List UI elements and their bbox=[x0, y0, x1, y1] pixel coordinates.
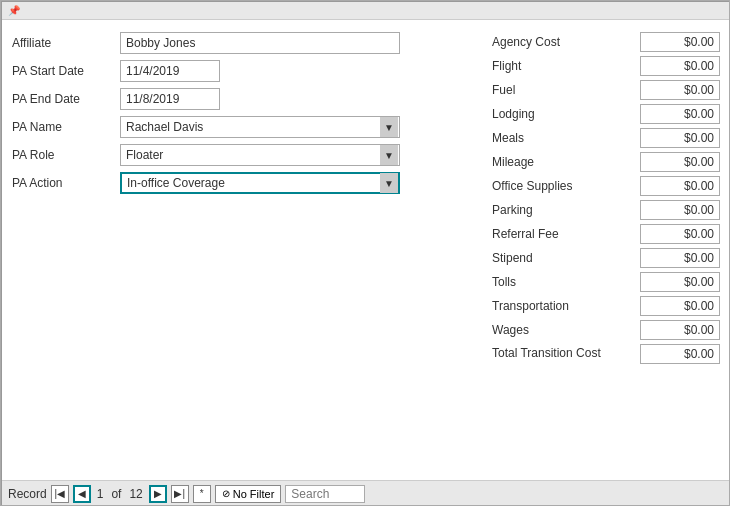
pa-role-row: PA Role Floater ▼ bbox=[12, 144, 472, 166]
pa-start-date-input[interactable] bbox=[120, 60, 220, 82]
pa-action-select-container: In-office Coverage ▼ bbox=[120, 172, 400, 194]
right-panel: Agency CostFlightFuelLodgingMealsMileage… bbox=[492, 32, 720, 468]
cost-input[interactable] bbox=[640, 320, 720, 340]
cost-input[interactable] bbox=[640, 128, 720, 148]
search-input[interactable] bbox=[285, 485, 365, 503]
cost-row: Flight bbox=[492, 56, 720, 76]
cost-input[interactable] bbox=[640, 152, 720, 172]
cost-input[interactable] bbox=[640, 200, 720, 220]
cost-input[interactable] bbox=[640, 56, 720, 76]
cost-label: Flight bbox=[492, 59, 612, 73]
pa-action-row: PA Action In-office Coverage ▼ bbox=[12, 172, 472, 194]
last-record-button[interactable]: ▶| bbox=[171, 485, 189, 503]
filter-icon: ⊘ bbox=[222, 488, 230, 499]
pa-start-date-label: PA Start Date bbox=[12, 64, 112, 78]
pin-icon: 📌 bbox=[8, 5, 20, 16]
cost-row: Meals bbox=[492, 128, 720, 148]
affiliate-label: Affiliate bbox=[12, 36, 112, 50]
cost-label: Tolls bbox=[492, 275, 612, 289]
cost-label: Office Supplies bbox=[492, 179, 612, 193]
pa-action-select[interactable]: In-office Coverage bbox=[120, 172, 400, 194]
total-cost-row: Total Transition Cost bbox=[492, 344, 720, 364]
cost-label: Wages bbox=[492, 323, 612, 337]
cost-row: Fuel bbox=[492, 80, 720, 100]
cost-input[interactable] bbox=[640, 32, 720, 52]
record-current: 1 bbox=[97, 487, 104, 501]
total-cost-label: Total Transition Cost bbox=[492, 346, 612, 362]
cost-label: Stipend bbox=[492, 251, 612, 265]
top-bar: 📌 bbox=[2, 2, 730, 20]
record-of: of bbox=[111, 487, 121, 501]
cost-label: Fuel bbox=[492, 83, 612, 97]
pa-role-select[interactable]: Floater bbox=[120, 144, 400, 166]
first-record-button[interactable]: |◀ bbox=[51, 485, 69, 503]
cost-row: Lodging bbox=[492, 104, 720, 124]
cost-label: Referral Fee bbox=[492, 227, 612, 241]
cost-label: Meals bbox=[492, 131, 612, 145]
content-area: Affiliate PA Start Date PA End Date PA N… bbox=[2, 20, 730, 480]
cost-row: Transportation bbox=[492, 296, 720, 316]
pa-name-label: PA Name bbox=[12, 120, 112, 134]
no-filter-label: No Filter bbox=[233, 488, 275, 500]
cost-input[interactable] bbox=[640, 104, 720, 124]
pa-role-select-container: Floater ▼ bbox=[120, 144, 400, 166]
main-window: 📌 Affiliate PA Start Date PA End Date P bbox=[1, 1, 730, 506]
cost-label: Parking bbox=[492, 203, 612, 217]
cost-row: Tolls bbox=[492, 272, 720, 292]
new-record-button[interactable]: * bbox=[193, 485, 211, 503]
total-cost-input[interactable] bbox=[640, 344, 720, 364]
cost-input[interactable] bbox=[640, 176, 720, 196]
prev-record-button[interactable]: ◀ bbox=[73, 485, 91, 503]
cost-input[interactable] bbox=[640, 272, 720, 292]
record-total: 12 bbox=[129, 487, 142, 501]
cost-input[interactable] bbox=[640, 296, 720, 316]
pa-name-row: PA Name Rachael Davis ▼ bbox=[12, 116, 472, 138]
cost-row: Wages bbox=[492, 320, 720, 340]
affiliate-input[interactable] bbox=[120, 32, 400, 54]
status-bar: Record |◀ ◀ 1 of 12 ▶ ▶| * ⊘ No Filter bbox=[2, 480, 730, 506]
cost-row: Office Supplies bbox=[492, 176, 720, 196]
cost-row: Agency Cost bbox=[492, 32, 720, 52]
affiliate-row: Affiliate bbox=[12, 32, 472, 54]
cost-row: Stipend bbox=[492, 248, 720, 268]
pa-name-select[interactable]: Rachael Davis bbox=[120, 116, 400, 138]
pa-action-label: PA Action bbox=[12, 176, 112, 190]
cost-row: Parking bbox=[492, 200, 720, 220]
cost-label: Mileage bbox=[492, 155, 612, 169]
next-record-button[interactable]: ▶ bbox=[149, 485, 167, 503]
pa-role-label: PA Role bbox=[12, 148, 112, 162]
cost-label: Lodging bbox=[492, 107, 612, 121]
pa-end-date-input[interactable] bbox=[120, 88, 220, 110]
no-filter-button[interactable]: ⊘ No Filter bbox=[215, 485, 282, 503]
pa-name-select-container: Rachael Davis ▼ bbox=[120, 116, 400, 138]
cost-label: Transportation bbox=[492, 299, 612, 313]
cost-label: Agency Cost bbox=[492, 35, 612, 49]
cost-row: Referral Fee bbox=[492, 224, 720, 244]
cost-input[interactable] bbox=[640, 248, 720, 268]
pa-end-date-label: PA End Date bbox=[12, 92, 112, 106]
cost-input[interactable] bbox=[640, 80, 720, 100]
pa-start-date-row: PA Start Date bbox=[12, 60, 472, 82]
record-label: Record bbox=[8, 487, 47, 501]
cost-row: Mileage bbox=[492, 152, 720, 172]
left-panel: Affiliate PA Start Date PA End Date PA N… bbox=[12, 32, 472, 468]
pa-end-date-row: PA End Date bbox=[12, 88, 472, 110]
cost-input[interactable] bbox=[640, 224, 720, 244]
